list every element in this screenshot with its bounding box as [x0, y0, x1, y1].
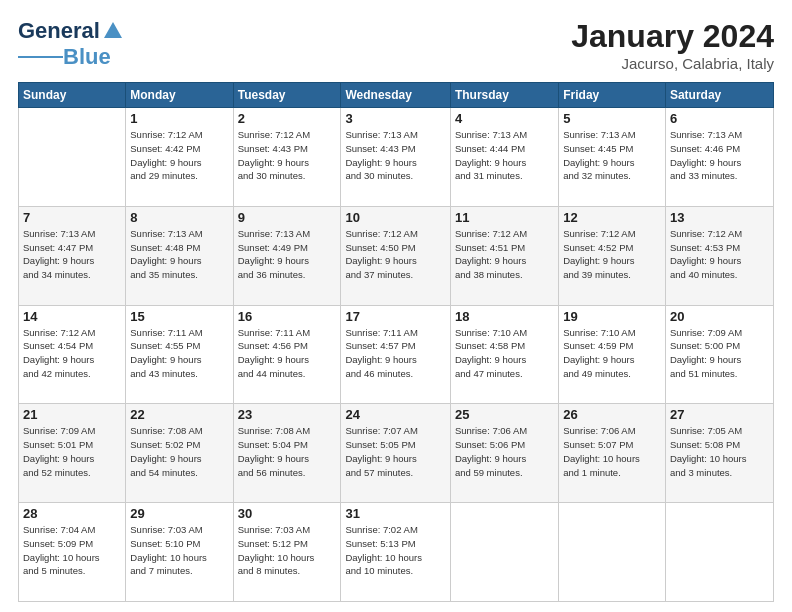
- week-row-1: 7Sunrise: 7:13 AMSunset: 4:47 PMDaylight…: [19, 206, 774, 305]
- weekday-header-thursday: Thursday: [450, 83, 558, 108]
- calendar-cell: 22Sunrise: 7:08 AMSunset: 5:02 PMDayligh…: [126, 404, 233, 503]
- day-info: Sunrise: 7:03 AMSunset: 5:12 PMDaylight:…: [238, 523, 337, 578]
- day-number: 31: [345, 506, 445, 521]
- day-info: Sunrise: 7:03 AMSunset: 5:10 PMDaylight:…: [130, 523, 228, 578]
- calendar-table: SundayMondayTuesdayWednesdayThursdayFrid…: [18, 82, 774, 602]
- calendar-cell: 23Sunrise: 7:08 AMSunset: 5:04 PMDayligh…: [233, 404, 341, 503]
- day-number: 22: [130, 407, 228, 422]
- day-number: 18: [455, 309, 554, 324]
- logo: General Blue: [18, 18, 124, 70]
- day-number: 12: [563, 210, 661, 225]
- calendar-cell: [559, 503, 666, 602]
- page: General Blue January 2024 Jacurso, Calab…: [0, 0, 792, 612]
- day-info: Sunrise: 7:10 AMSunset: 4:58 PMDaylight:…: [455, 326, 554, 381]
- day-number: 15: [130, 309, 228, 324]
- calendar-cell: [450, 503, 558, 602]
- calendar-cell: 1Sunrise: 7:12 AMSunset: 4:42 PMDaylight…: [126, 108, 233, 207]
- weekday-header-row: SundayMondayTuesdayWednesdayThursdayFrid…: [19, 83, 774, 108]
- week-row-3: 21Sunrise: 7:09 AMSunset: 5:01 PMDayligh…: [19, 404, 774, 503]
- header: General Blue January 2024 Jacurso, Calab…: [18, 18, 774, 72]
- calendar-cell: [665, 503, 773, 602]
- day-info: Sunrise: 7:13 AMSunset: 4:47 PMDaylight:…: [23, 227, 121, 282]
- calendar-cell: 18Sunrise: 7:10 AMSunset: 4:58 PMDayligh…: [450, 305, 558, 404]
- calendar-cell: 31Sunrise: 7:02 AMSunset: 5:13 PMDayligh…: [341, 503, 450, 602]
- weekday-header-monday: Monday: [126, 83, 233, 108]
- day-number: 8: [130, 210, 228, 225]
- calendar-cell: 15Sunrise: 7:11 AMSunset: 4:55 PMDayligh…: [126, 305, 233, 404]
- day-info: Sunrise: 7:11 AMSunset: 4:56 PMDaylight:…: [238, 326, 337, 381]
- calendar-cell: 6Sunrise: 7:13 AMSunset: 4:46 PMDaylight…: [665, 108, 773, 207]
- day-number: 1: [130, 111, 228, 126]
- day-info: Sunrise: 7:04 AMSunset: 5:09 PMDaylight:…: [23, 523, 121, 578]
- calendar-cell: 19Sunrise: 7:10 AMSunset: 4:59 PMDayligh…: [559, 305, 666, 404]
- day-number: 17: [345, 309, 445, 324]
- calendar-cell: 24Sunrise: 7:07 AMSunset: 5:05 PMDayligh…: [341, 404, 450, 503]
- day-info: Sunrise: 7:12 AMSunset: 4:51 PMDaylight:…: [455, 227, 554, 282]
- day-info: Sunrise: 7:12 AMSunset: 4:52 PMDaylight:…: [563, 227, 661, 282]
- day-number: 30: [238, 506, 337, 521]
- day-number: 10: [345, 210, 445, 225]
- day-number: 29: [130, 506, 228, 521]
- svg-marker-0: [104, 22, 122, 38]
- day-info: Sunrise: 7:12 AMSunset: 4:54 PMDaylight:…: [23, 326, 121, 381]
- day-number: 6: [670, 111, 769, 126]
- calendar-cell: 29Sunrise: 7:03 AMSunset: 5:10 PMDayligh…: [126, 503, 233, 602]
- day-number: 25: [455, 407, 554, 422]
- week-row-4: 28Sunrise: 7:04 AMSunset: 5:09 PMDayligh…: [19, 503, 774, 602]
- day-info: Sunrise: 7:05 AMSunset: 5:08 PMDaylight:…: [670, 424, 769, 479]
- day-number: 14: [23, 309, 121, 324]
- day-number: 23: [238, 407, 337, 422]
- day-number: 7: [23, 210, 121, 225]
- day-number: 9: [238, 210, 337, 225]
- calendar-cell: 17Sunrise: 7:11 AMSunset: 4:57 PMDayligh…: [341, 305, 450, 404]
- day-info: Sunrise: 7:10 AMSunset: 4:59 PMDaylight:…: [563, 326, 661, 381]
- day-info: Sunrise: 7:12 AMSunset: 4:53 PMDaylight:…: [670, 227, 769, 282]
- day-info: Sunrise: 7:12 AMSunset: 4:42 PMDaylight:…: [130, 128, 228, 183]
- calendar-cell: 9Sunrise: 7:13 AMSunset: 4:49 PMDaylight…: [233, 206, 341, 305]
- calendar-cell: 21Sunrise: 7:09 AMSunset: 5:01 PMDayligh…: [19, 404, 126, 503]
- day-number: 2: [238, 111, 337, 126]
- day-number: 21: [23, 407, 121, 422]
- weekday-header-sunday: Sunday: [19, 83, 126, 108]
- day-number: 20: [670, 309, 769, 324]
- calendar-cell: 26Sunrise: 7:06 AMSunset: 5:07 PMDayligh…: [559, 404, 666, 503]
- week-row-2: 14Sunrise: 7:12 AMSunset: 4:54 PMDayligh…: [19, 305, 774, 404]
- logo-icon: [102, 20, 124, 42]
- calendar-cell: 11Sunrise: 7:12 AMSunset: 4:51 PMDayligh…: [450, 206, 558, 305]
- day-number: 26: [563, 407, 661, 422]
- day-info: Sunrise: 7:12 AMSunset: 4:43 PMDaylight:…: [238, 128, 337, 183]
- day-info: Sunrise: 7:08 AMSunset: 5:02 PMDaylight:…: [130, 424, 228, 479]
- calendar-cell: 4Sunrise: 7:13 AMSunset: 4:44 PMDaylight…: [450, 108, 558, 207]
- day-info: Sunrise: 7:09 AMSunset: 5:01 PMDaylight:…: [23, 424, 121, 479]
- calendar-cell: 7Sunrise: 7:13 AMSunset: 4:47 PMDaylight…: [19, 206, 126, 305]
- day-info: Sunrise: 7:13 AMSunset: 4:43 PMDaylight:…: [345, 128, 445, 183]
- calendar-cell: 28Sunrise: 7:04 AMSunset: 5:09 PMDayligh…: [19, 503, 126, 602]
- calendar-cell: 5Sunrise: 7:13 AMSunset: 4:45 PMDaylight…: [559, 108, 666, 207]
- calendar-cell: 30Sunrise: 7:03 AMSunset: 5:12 PMDayligh…: [233, 503, 341, 602]
- day-number: 27: [670, 407, 769, 422]
- week-row-0: 1Sunrise: 7:12 AMSunset: 4:42 PMDaylight…: [19, 108, 774, 207]
- day-info: Sunrise: 7:06 AMSunset: 5:07 PMDaylight:…: [563, 424, 661, 479]
- day-info: Sunrise: 7:13 AMSunset: 4:46 PMDaylight:…: [670, 128, 769, 183]
- day-number: 16: [238, 309, 337, 324]
- calendar-cell: 14Sunrise: 7:12 AMSunset: 4:54 PMDayligh…: [19, 305, 126, 404]
- day-number: 13: [670, 210, 769, 225]
- day-info: Sunrise: 7:13 AMSunset: 4:48 PMDaylight:…: [130, 227, 228, 282]
- calendar-cell: 25Sunrise: 7:06 AMSunset: 5:06 PMDayligh…: [450, 404, 558, 503]
- day-info: Sunrise: 7:12 AMSunset: 4:50 PMDaylight:…: [345, 227, 445, 282]
- calendar-cell: 13Sunrise: 7:12 AMSunset: 4:53 PMDayligh…: [665, 206, 773, 305]
- day-number: 19: [563, 309, 661, 324]
- calendar-subtitle: Jacurso, Calabria, Italy: [571, 55, 774, 72]
- day-number: 5: [563, 111, 661, 126]
- calendar-cell: 20Sunrise: 7:09 AMSunset: 5:00 PMDayligh…: [665, 305, 773, 404]
- calendar-cell: 10Sunrise: 7:12 AMSunset: 4:50 PMDayligh…: [341, 206, 450, 305]
- day-number: 4: [455, 111, 554, 126]
- day-number: 24: [345, 407, 445, 422]
- day-number: 3: [345, 111, 445, 126]
- day-info: Sunrise: 7:09 AMSunset: 5:00 PMDaylight:…: [670, 326, 769, 381]
- day-number: 28: [23, 506, 121, 521]
- calendar-title: January 2024: [571, 18, 774, 55]
- title-block: January 2024 Jacurso, Calabria, Italy: [571, 18, 774, 72]
- calendar-cell: 27Sunrise: 7:05 AMSunset: 5:08 PMDayligh…: [665, 404, 773, 503]
- day-info: Sunrise: 7:13 AMSunset: 4:49 PMDaylight:…: [238, 227, 337, 282]
